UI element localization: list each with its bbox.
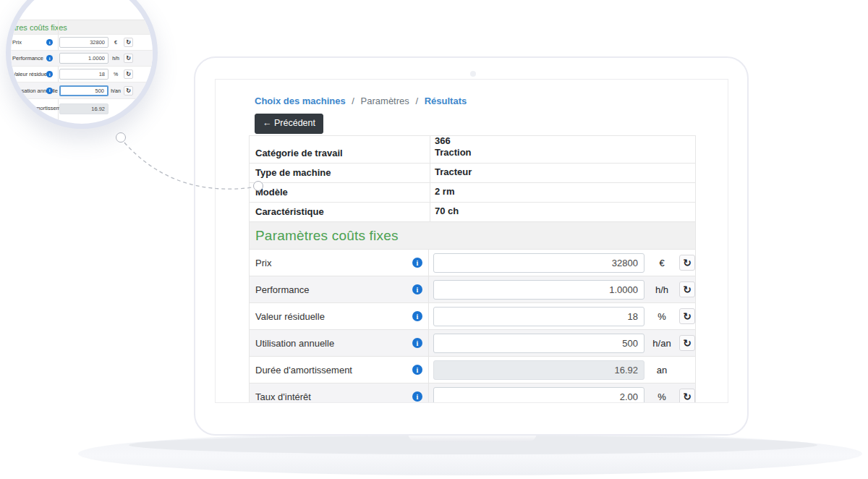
lens-row-prix: Prix i € ↻	[11, 34, 158, 50]
parameters-table: Catégorie de travail 366 Traction Type d…	[249, 135, 696, 403]
info-icon[interactable]: i	[412, 284, 422, 294]
taux-interet-input[interactable]	[433, 387, 644, 404]
breadcrumb-separator: /	[412, 96, 422, 106]
info-value: 366 Traction	[430, 136, 695, 163]
lens-info-icon: i	[46, 88, 53, 94]
lens-info-icon: i	[46, 120, 53, 127]
field-label: Valeur résiduelle	[255, 311, 325, 322]
lens-info-icon: i	[46, 39, 53, 46]
info-label: Modèle	[250, 183, 430, 202]
table-row-caracteristique: Caractéristique 70 ch	[250, 203, 695, 222]
lens-unit-label: %	[110, 72, 122, 77]
info-icon[interactable]: i	[412, 338, 422, 348]
field-label: Taux d'intérêt	[255, 391, 311, 402]
lens-duree-amortissement-input	[59, 103, 109, 114]
info-label: Catégorie de travail	[250, 136, 430, 163]
reset-icon[interactable]: ↻	[679, 281, 695, 297]
unit-label: %	[644, 311, 679, 322]
lens-info-icon: i	[46, 55, 53, 62]
info-label: Caractéristique	[250, 203, 430, 221]
performance-input[interactable]	[433, 280, 644, 300]
utilisation-annuelle-input[interactable]	[433, 334, 644, 353]
lens-performance-input	[59, 53, 109, 64]
section-header-row: Paramètres coûts fixes	[250, 222, 695, 250]
prix-input[interactable]	[433, 253, 644, 273]
field-label: Durée d'amortissement	[255, 365, 352, 376]
lens-field-label: Prix	[12, 39, 22, 46]
info-value: 70 ch	[430, 203, 695, 221]
valeur-residuelle-input[interactable]	[433, 307, 644, 326]
magnifier-lens: Paramètres coûts fixes Prix i € ↻ Perfor…	[6, 0, 158, 129]
lens-row-duree-amortissement: Durée d'amortissement i	[11, 98, 158, 129]
form-row-duree-amortissement: Durée d'amortissement i an ↻	[250, 357, 695, 383]
unit-label: h/h	[644, 284, 679, 295]
lens-row-valeur-residuelle: Valeur résiduelle i % ↻	[11, 66, 158, 82]
lens-utilisation-annuelle-input	[59, 85, 109, 96]
info-value: 2 rm	[430, 183, 695, 202]
info-icon[interactable]: i	[412, 365, 422, 375]
lens-unit-label: €	[110, 40, 122, 45]
lens-prix-input	[59, 37, 109, 48]
info-icon[interactable]: i	[412, 391, 422, 402]
nav-buttons-row: ← Précédent Suivant →	[255, 114, 728, 134]
lens-unit-label: h/an	[110, 88, 122, 93]
info-value-line: Traction	[435, 147, 695, 158]
breadcrumb-machines[interactable]: Choix des machines	[255, 96, 346, 106]
webcam-dot-icon	[470, 71, 476, 77]
field-label: Utilisation annuelle	[255, 338, 334, 349]
previous-button[interactable]: ← Précédent	[255, 114, 323, 134]
info-label: Type de machine	[250, 164, 430, 182]
unit-label: h/an	[644, 338, 679, 349]
breadcrumb-resultats[interactable]: Résultats	[425, 96, 467, 106]
form-row-taux-interet: Taux d'intérêt i % ↻	[250, 383, 695, 403]
lens-unit-label: h/h	[110, 56, 122, 61]
lens-reset-icon: ↻	[124, 69, 133, 79]
info-value-line: 366	[435, 135, 695, 147]
duree-amortissement-input	[433, 360, 644, 380]
unit-label: an	[644, 365, 679, 376]
lens-reset-icon: ↻	[124, 86, 133, 96]
breadcrumb-parametres: Paramètres	[361, 96, 409, 106]
lens-valeur-residuelle-input	[59, 69, 109, 80]
lens-anchor-circle	[116, 132, 126, 143]
app-page: Choix des machines / Paramètres / Résult…	[215, 79, 728, 403]
unit-label: %	[644, 391, 679, 402]
info-value: Tracteur	[430, 164, 695, 182]
section-title: Paramètres coûts fixes	[255, 228, 399, 244]
lens-field-label: Performance	[12, 55, 43, 62]
form-row-valeur-residuelle: Valeur résiduelle i % ↻	[250, 303, 695, 330]
info-icon[interactable]: i	[412, 311, 422, 321]
lens-info-icon: i	[46, 71, 53, 77]
breadcrumb: Choix des machines / Paramètres / Résult…	[255, 96, 467, 106]
table-row-modele: Modèle 2 rm	[250, 183, 695, 203]
unit-label: €	[644, 258, 679, 268]
breadcrumb-separator: /	[348, 96, 358, 106]
lens-row-performance: Performance i h/h ↻	[11, 50, 158, 66]
reset-icon[interactable]: ↻	[679, 255, 695, 271]
info-value-line: 70 ch	[435, 205, 695, 217]
table-row-categorie: Catégorie de travail 366 Traction	[250, 136, 695, 164]
form-row-prix: Prix i € ↻	[250, 250, 695, 276]
form-row-utilisation-annuelle: Utilisation annuelle i h/an ↻	[250, 330, 695, 357]
laptop-screen-bezel: Choix des machines / Paramètres / Résult…	[194, 56, 749, 436]
lens-reset-icon: ↻	[124, 38, 133, 47]
reset-icon[interactable]: ↻	[679, 335, 695, 351]
lens-reset-icon: ↻	[124, 54, 133, 63]
form-row-performance: Performance i h/h ↻	[250, 276, 695, 303]
info-icon[interactable]: i	[412, 258, 422, 268]
table-row-type: Type de machine Tracteur	[250, 164, 695, 183]
lens-row-utilisation-annuelle: Utilisation annuelle i h/an ↻	[11, 82, 158, 98]
field-label: Prix	[255, 258, 271, 268]
reset-icon[interactable]: ↻	[679, 308, 695, 324]
info-value-line: Tracteur	[435, 166, 695, 178]
target-anchor-circle	[253, 181, 263, 191]
screenshot-stage: Choix des machines / Paramètres / Résult…	[0, 0, 868, 479]
lens-section-header: Paramètres coûts fixes	[11, 20, 158, 34]
reset-icon[interactable]: ↻	[679, 389, 695, 403]
info-value-line: 2 rm	[435, 186, 695, 198]
field-label: Performance	[255, 284, 309, 295]
